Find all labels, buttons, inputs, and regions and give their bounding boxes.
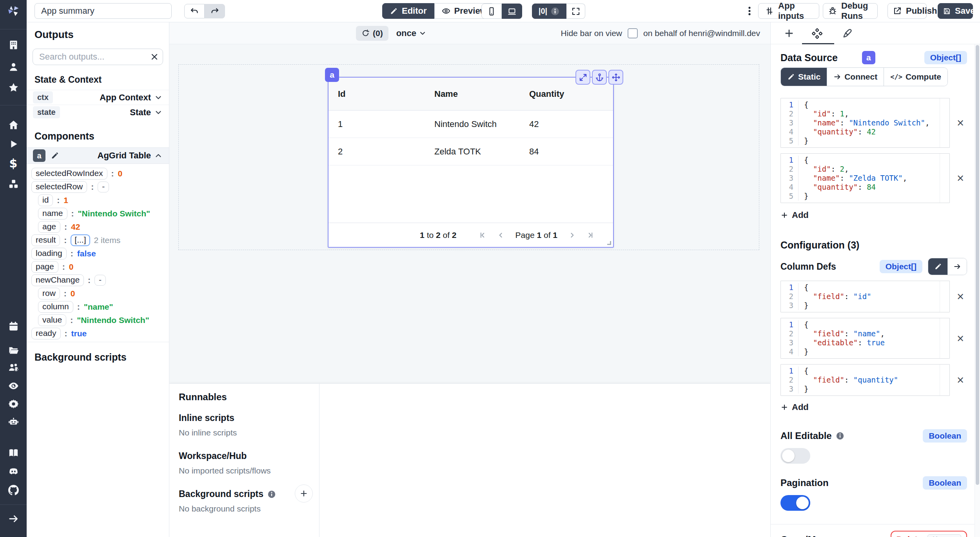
- chevron-up-icon[interactable]: [154, 151, 163, 160]
- panel-scrollbar[interactable]: [975, 44, 980, 537]
- ctx-row[interactable]: ctx App Context: [27, 90, 169, 105]
- output-row[interactable]: loading:false: [27, 247, 169, 260]
- json-editor[interactable]: 123 { "field": "quantity"}: [780, 364, 950, 396]
- undo-button[interactable]: [184, 4, 205, 18]
- add-column-def-button[interactable]: Add: [780, 402, 809, 412]
- component-header[interactable]: a AgGrid Table: [27, 147, 169, 164]
- connect-button[interactable]: [947, 258, 967, 275]
- insert-component-plus-icon[interactable]: [784, 28, 795, 39]
- json-editor[interactable]: 123 { "field": "id"}: [780, 281, 950, 312]
- folders-icon[interactable]: [7, 343, 20, 357]
- zero-width-counter-button[interactable]: |0|: [532, 4, 566, 19]
- table-header-cell[interactable]: Id: [328, 89, 425, 99]
- app-inputs-button[interactable]: App inputs: [758, 3, 819, 19]
- mobile-view-button[interactable]: [481, 4, 502, 19]
- remove-item-button[interactable]: ×: [954, 332, 967, 345]
- expand-component-button[interactable]: [575, 70, 590, 85]
- prev-page-icon[interactable]: [497, 231, 505, 239]
- runs-play-icon[interactable]: [7, 137, 20, 151]
- output-row[interactable]: page:0: [27, 260, 169, 274]
- output-row[interactable]: selectedRow:-: [27, 180, 169, 194]
- run-mode-label: once: [396, 28, 416, 38]
- favorites-star-icon[interactable]: [7, 81, 20, 94]
- table-header-cell[interactable]: Name: [425, 89, 520, 99]
- app-summary-input[interactable]: [34, 3, 172, 19]
- remove-item-button[interactable]: ×: [954, 290, 967, 303]
- workers-robot-icon[interactable]: [7, 415, 20, 428]
- on-behalf-label: on behalf of henri@windmill.dev: [643, 29, 760, 38]
- docs-book-icon[interactable]: [7, 446, 20, 459]
- save-button[interactable]: Save: [938, 3, 973, 19]
- all-editable-toggle[interactable]: [780, 448, 810, 464]
- hide-bar-checkbox[interactable]: [628, 28, 638, 38]
- settings-gear-icon[interactable]: [7, 397, 20, 410]
- more-menu-button[interactable]: [744, 5, 755, 16]
- output-row[interactable]: row:0: [27, 287, 169, 300]
- editor-tab[interactable]: Editor: [382, 3, 434, 19]
- output-row[interactable]: column:"name": [27, 300, 169, 314]
- chevron-down-icon[interactable]: [154, 108, 163, 117]
- output-row[interactable]: newChange:-: [27, 274, 169, 287]
- schedules-calendar-icon[interactable]: [7, 319, 20, 333]
- output-row[interactable]: result:[...]2 items: [27, 234, 169, 247]
- debug-runs-button[interactable]: Debug Runs: [823, 3, 878, 19]
- publish-button[interactable]: Publish: [887, 3, 927, 19]
- desktop-view-button[interactable]: [502, 4, 522, 19]
- output-row[interactable]: selectedRowIndex:0: [27, 167, 169, 180]
- json-editor[interactable]: 1234 { "field": "name", "editable": true…: [780, 318, 950, 359]
- component-settings-tab-icon[interactable]: [811, 28, 822, 39]
- run-mode-dropdown[interactable]: once: [396, 28, 426, 38]
- pencil-icon: [787, 73, 795, 81]
- static-edit-button[interactable]: [928, 258, 947, 275]
- output-row[interactable]: name:"Nintendo Switch": [27, 207, 169, 220]
- device-toggle: [481, 4, 522, 19]
- clear-search-icon[interactable]: [150, 52, 159, 62]
- pagination-toggle[interactable]: [780, 495, 810, 511]
- github-icon[interactable]: [7, 483, 20, 497]
- groups-users-icon[interactable]: [7, 361, 20, 374]
- output-row[interactable]: ready:true: [27, 327, 169, 340]
- resize-handle[interactable]: [607, 241, 611, 245]
- user-icon[interactable]: [7, 60, 20, 73]
- audit-eye-icon[interactable]: [7, 379, 20, 392]
- home-icon[interactable]: [7, 118, 20, 131]
- compute-mode-button[interactable]: </>Compute: [884, 68, 947, 86]
- chevron-down-icon[interactable]: [154, 93, 163, 102]
- output-row[interactable]: id:1: [27, 194, 169, 207]
- variables-dollar-icon[interactable]: $: [7, 156, 20, 170]
- remove-item-button[interactable]: ×: [954, 172, 967, 185]
- workspace-icon[interactable]: [7, 38, 20, 51]
- add-background-script-button[interactable]: [295, 484, 313, 503]
- anchor-component-button[interactable]: [592, 70, 607, 85]
- search-outputs-input[interactable]: [33, 49, 163, 65]
- table-row[interactable]: 2Zelda TOTK84: [328, 138, 613, 165]
- static-mode-button[interactable]: Static: [781, 68, 827, 86]
- edit-id-pencil-icon[interactable]: [51, 151, 59, 160]
- delete-component-button[interactable]: Delete ⌘ +: [891, 531, 967, 537]
- aggrid-table-component[interactable]: a IdNameQuantity 1Nintendo Switch422Zeld…: [328, 77, 614, 248]
- refresh-count-button[interactable]: (0): [356, 26, 388, 41]
- discord-icon[interactable]: [7, 464, 20, 478]
- json-editor[interactable]: 12345 { "id": 1, "name": "Nintendo Switc…: [780, 98, 950, 148]
- remove-item-button[interactable]: ×: [954, 374, 967, 387]
- resources-cubes-icon[interactable]: [7, 177, 20, 190]
- remove-item-button[interactable]: ×: [954, 116, 967, 130]
- first-page-icon[interactable]: [479, 231, 486, 239]
- state-row[interactable]: state State: [27, 105, 169, 120]
- table-row[interactable]: 1Nintendo Switch42: [328, 111, 613, 138]
- connect-mode-button[interactable]: Connect: [827, 68, 884, 86]
- last-page-icon[interactable]: [586, 231, 594, 239]
- expand-sidebar-arrow-icon[interactable]: [7, 512, 20, 525]
- table-header-cell[interactable]: Quantity: [520, 89, 613, 99]
- windmill-logo-icon[interactable]: [7, 4, 20, 18]
- add-data-item-button[interactable]: Add: [780, 210, 809, 220]
- scrollbar-thumb[interactable]: [976, 45, 979, 485]
- output-row[interactable]: age:42: [27, 220, 169, 234]
- redo-button[interactable]: [205, 4, 225, 18]
- json-editor[interactable]: 12345 { "id": 2, "name": "Zelda TOTK", "…: [780, 153, 950, 203]
- move-component-button[interactable]: [608, 70, 623, 85]
- next-page-icon[interactable]: [568, 231, 576, 239]
- styling-brush-icon[interactable]: [842, 28, 853, 39]
- output-row[interactable]: value:"Nintendo Switch": [27, 314, 169, 327]
- fullscreen-button[interactable]: [566, 4, 585, 19]
